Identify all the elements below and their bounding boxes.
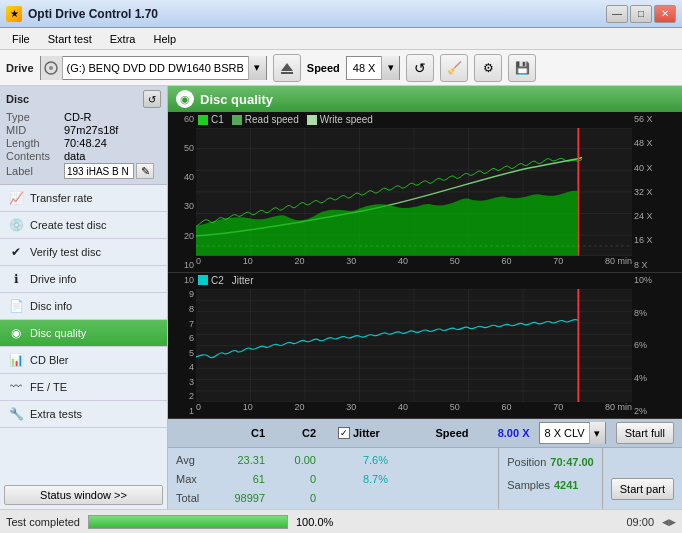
speed-value: 48 X: [347, 62, 382, 74]
close-button[interactable]: ✕: [654, 5, 676, 23]
menu-start-test[interactable]: Start test: [40, 31, 100, 47]
clv-select[interactable]: 8 X CLV ▾: [539, 422, 605, 444]
status-window-button[interactable]: Status window >>: [4, 485, 163, 505]
nav-disc-quality[interactable]: ◉ Disc quality: [0, 320, 167, 347]
label-edit-button[interactable]: ✎: [136, 163, 154, 179]
jitter-checkbox[interactable]: ✓: [338, 427, 350, 439]
nav-drive-info[interactable]: ℹ Drive info: [0, 266, 167, 293]
length-key: Length: [6, 137, 64, 149]
title-buttons: — □ ✕: [606, 5, 676, 23]
start-part-button[interactable]: Start part: [611, 478, 674, 500]
menu-extra[interactable]: Extra: [102, 31, 144, 47]
nav-transfer-rate[interactable]: 📈 Transfer rate: [0, 185, 167, 212]
mid-key: MID: [6, 124, 64, 136]
drive-value: (G:) BENQ DVD DD DW1640 BSRB: [63, 62, 248, 74]
max-c1: 61: [220, 473, 265, 485]
disc-quality-icon-header: ◉: [176, 90, 194, 108]
max-row: Max 61 0 8.7%: [176, 473, 490, 485]
charts-area: C1 Read speed Write speed 60 50 40: [168, 112, 682, 419]
svg-marker-2: [281, 63, 293, 71]
position-value: 70:47.00: [550, 456, 593, 468]
extra-tests-icon: 🔧: [8, 406, 24, 422]
disc-quality-icon: ◉: [8, 325, 24, 341]
max-c2: 0: [271, 473, 316, 485]
avg-c2: 0.00: [271, 454, 316, 466]
eject-button[interactable]: [273, 54, 301, 82]
nav-create-test-disc-label: Create test disc: [30, 219, 106, 231]
nav-verify-test-disc[interactable]: ✔ Verify test disc: [0, 239, 167, 266]
label-key: Label: [6, 165, 64, 177]
menu-file[interactable]: File: [4, 31, 38, 47]
progress-bar-container: [88, 515, 288, 529]
drive-icon: [41, 56, 63, 80]
clear-button[interactable]: 🧹: [440, 54, 468, 82]
chart1-x-axis: 0 10 20 30 40 50 60 70 80 min: [196, 256, 632, 272]
menu-help[interactable]: Help: [145, 31, 184, 47]
read-speed-legend-dot: [232, 115, 242, 125]
start-full-button[interactable]: Start full: [616, 422, 674, 444]
nav-disc-info[interactable]: 📄 Disc info: [0, 293, 167, 320]
c1-col-header: C1: [220, 427, 265, 439]
minimize-button[interactable]: —: [606, 5, 628, 23]
status-text: Test completed: [6, 516, 80, 528]
clv-dropdown-arrow[interactable]: ▾: [589, 422, 605, 444]
avg-c1: 23.31: [220, 454, 265, 466]
label-input[interactable]: [64, 163, 134, 179]
chart1-y-axis: 60 50 40 30 20 10: [168, 112, 196, 272]
write-speed-legend-label: Write speed: [320, 114, 373, 125]
speed-label: Speed: [307, 62, 340, 74]
jitter-checkbox-group: ✓ Jitter: [338, 427, 380, 439]
disc-refresh-button[interactable]: ↺: [143, 90, 161, 108]
disc-quality-title: Disc quality: [200, 92, 273, 107]
speed-col-header: Speed: [435, 427, 468, 439]
read-speed-legend-label: Read speed: [245, 114, 299, 125]
refresh-button[interactable]: ↺: [406, 54, 434, 82]
nav-fe-te[interactable]: 〰 FE / TE: [0, 374, 167, 401]
maximize-button[interactable]: □: [630, 5, 652, 23]
drive-label: Drive: [6, 62, 34, 74]
clv-value: 8 X CLV: [540, 427, 588, 439]
transfer-rate-icon: 📈: [8, 190, 24, 206]
disc-quality-header: ◉ Disc quality: [168, 86, 682, 112]
drive-dropdown-arrow[interactable]: ▾: [248, 56, 266, 80]
total-c1: 98997: [220, 492, 265, 504]
sidebar: Disc ↺ Type CD-R MID 97m27s18f Length 70…: [0, 86, 168, 509]
drive-info-icon: ℹ: [8, 271, 24, 287]
cd-bler-icon: 📊: [8, 352, 24, 368]
settings-button[interactable]: ⚙: [474, 54, 502, 82]
chart1-legend: C1 Read speed Write speed: [198, 114, 373, 125]
nav-drive-info-label: Drive info: [30, 273, 76, 285]
app-title: Opti Drive Control 1.70: [28, 7, 158, 21]
right-panel: ◉ Disc quality C1 Read speed: [168, 86, 682, 509]
samples-value: 4241: [554, 479, 578, 491]
write-speed-legend-dot: [307, 115, 317, 125]
sidebar-nav: 📈 Transfer rate 💿 Create test disc ✔ Ver…: [0, 185, 167, 481]
nav-fe-te-label: FE / TE: [30, 381, 67, 393]
chart2: C2 Jitter 10 9 8 7 6 5 4 3 2: [168, 273, 682, 419]
status-time: 09:00: [626, 516, 654, 528]
chart1-svg: [196, 128, 632, 256]
save-button[interactable]: 💾: [508, 54, 536, 82]
progress-bar-fill: [89, 516, 287, 528]
contents-key: Contents: [6, 150, 64, 162]
samples-row: Samples 4241: [507, 479, 594, 491]
nav-cd-bler[interactable]: 📊 CD Bler: [0, 347, 167, 374]
nav-extra-tests[interactable]: 🔧 Extra tests: [0, 401, 167, 428]
total-row: Total 98997 0: [176, 492, 490, 504]
jitter-legend-label: Jitter: [232, 275, 254, 286]
chart1: C1 Read speed Write speed 60 50 40: [168, 112, 682, 273]
speed-dropdown-arrow[interactable]: ▾: [381, 56, 399, 80]
disc-panel: Disc ↺ Type CD-R MID 97m27s18f Length 70…: [0, 86, 167, 185]
mid-value: 97m27s18f: [64, 124, 118, 136]
nav-create-test-disc[interactable]: 💿 Create test disc: [0, 212, 167, 239]
chart1-y-axis-right: 56 X 48 X 40 X 32 X 24 X 16 X 8 X: [632, 112, 682, 272]
c2-legend-dot: [198, 275, 208, 285]
chart2-legend: C2 Jitter: [198, 275, 253, 286]
toolbar: Drive (G:) BENQ DVD DD DW1640 BSRB ▾ Spe…: [0, 50, 682, 86]
position-row: Position 70:47.00: [507, 456, 594, 468]
status-percent: 100.0%: [296, 516, 333, 528]
jitter-col-header: Jitter: [353, 427, 380, 439]
svg-rect-3: [281, 72, 293, 74]
length-value: 70:48.24: [64, 137, 107, 149]
c1-legend-label: C1: [211, 114, 224, 125]
